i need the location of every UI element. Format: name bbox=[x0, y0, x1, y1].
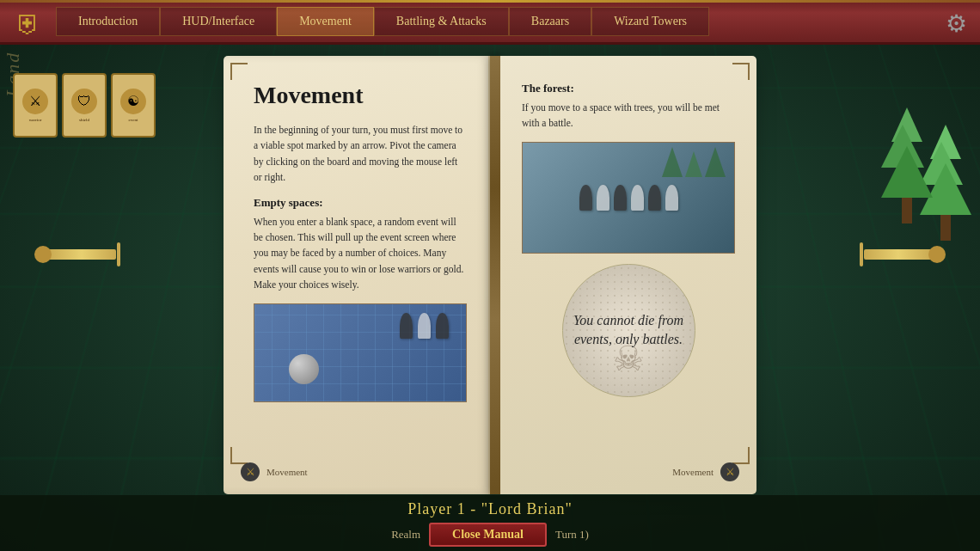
status-bar: Player 1 - "Lord Brian" Realm Close Manu… bbox=[0, 495, 980, 551]
chess-piece-dark-2 bbox=[436, 313, 449, 339]
card-text-2: shield bbox=[77, 118, 91, 123]
chess-piece-dark bbox=[400, 313, 413, 339]
left-footer-label: ⚔ Movement bbox=[241, 462, 308, 481]
card-text-1: warrior bbox=[28, 118, 44, 123]
card-icon-2: 🛡 bbox=[71, 89, 97, 114]
trees-decoration bbox=[877, 69, 980, 241]
sword-right-icon bbox=[864, 249, 933, 260]
left-footer-text: Movement bbox=[266, 467, 308, 477]
close-manual-button[interactable]: Close Manual bbox=[429, 523, 547, 547]
forest-piece-1 bbox=[579, 185, 592, 211]
left-page-footer: ⚔ Movement bbox=[224, 462, 488, 481]
event-circle-text: You cannot die from events, only battles… bbox=[563, 303, 695, 358]
turn-label: Turn 1) bbox=[555, 528, 589, 542]
sword-left-icon bbox=[47, 249, 116, 260]
book-title: Movement bbox=[254, 82, 467, 109]
tab-wizard-towers[interactable]: Wizard Towers bbox=[591, 7, 709, 36]
tree-2 bbox=[881, 107, 933, 223]
tab-hud-interface[interactable]: HUD/Interface bbox=[160, 7, 277, 36]
forest-tree-3 bbox=[705, 147, 726, 177]
manual-book: Movement In the beginning of your turn, … bbox=[224, 56, 756, 494]
forest-piece-4 bbox=[631, 185, 644, 211]
empty-spaces-text: When you enter a blank space, a random e… bbox=[254, 214, 467, 293]
empty-spaces-heading: Empty spaces: bbox=[254, 196, 467, 210]
card-text-3: event bbox=[127, 118, 140, 123]
right-footer-label: Movement ⚔ bbox=[672, 462, 739, 481]
event-circle: You cannot die from events, only battles… bbox=[562, 264, 695, 397]
chess-pieces bbox=[400, 313, 449, 339]
right-page-footer: Movement ⚔ bbox=[500, 462, 756, 481]
chess-piece-light bbox=[418, 313, 431, 339]
right-page-image bbox=[522, 142, 735, 254]
corner-br bbox=[732, 447, 750, 464]
right-footer-text: Movement bbox=[672, 467, 714, 477]
card-1: ⚔ warrior bbox=[13, 73, 58, 138]
cards-container: ⚔ warrior 🛡 shield ☯ event bbox=[13, 73, 156, 138]
card-icon-3: ☯ bbox=[120, 89, 146, 114]
corner-bl bbox=[230, 447, 248, 464]
forest-text: If you move to a space with trees, you w… bbox=[522, 100, 735, 132]
forest-tree-2 bbox=[685, 151, 702, 177]
corner-tl bbox=[230, 63, 248, 80]
card-3: ☯ event bbox=[111, 73, 156, 138]
corner-tr bbox=[732, 63, 750, 80]
tab-introduction[interactable]: Introduction bbox=[56, 7, 160, 36]
book-left-page: Movement In the beginning of your turn, … bbox=[224, 56, 490, 494]
right-footer-icon: ⚔ bbox=[720, 462, 739, 481]
book-right-page: The forest: If you move to a space with … bbox=[500, 56, 756, 494]
settings-icon[interactable]: ⚙ bbox=[941, 9, 971, 39]
status-bottom-row: Realm Close Manual Turn 1) bbox=[391, 523, 589, 547]
forest-piece-5 bbox=[648, 185, 661, 211]
ball-piece bbox=[289, 354, 319, 384]
helmet-icon: ⛨ bbox=[9, 4, 47, 43]
forest-tree-1 bbox=[662, 147, 683, 177]
book-intro-text: In the beginning of your turn, you must … bbox=[254, 122, 467, 186]
nav-tabs: Introduction HUD/Interface Movement Batt… bbox=[56, 7, 933, 36]
tab-movement[interactable]: Movement bbox=[277, 7, 374, 36]
book-spine bbox=[490, 56, 500, 494]
tab-battling-attacks[interactable]: Battling & Attacks bbox=[374, 7, 509, 36]
player-label: Player 1 - "Lord Brian" bbox=[407, 500, 573, 518]
realm-label: Realm bbox=[391, 528, 420, 542]
forest-piece-2 bbox=[597, 185, 609, 211]
forest-heading: The forest: bbox=[522, 82, 735, 95]
tab-bazaars[interactable]: Bazaars bbox=[509, 7, 591, 36]
forest-overlay-trees bbox=[662, 147, 726, 177]
left-page-image bbox=[254, 303, 467, 402]
forest-piece-3 bbox=[614, 185, 627, 211]
card-2: 🛡 shield bbox=[62, 73, 107, 138]
card-icon-1: ⚔ bbox=[22, 89, 48, 114]
navigation-bar: ⛨ Introduction HUD/Interface Movement Ba… bbox=[0, 0, 980, 45]
forest-piece-6 bbox=[665, 185, 678, 211]
left-footer-icon: ⚔ bbox=[241, 462, 260, 481]
